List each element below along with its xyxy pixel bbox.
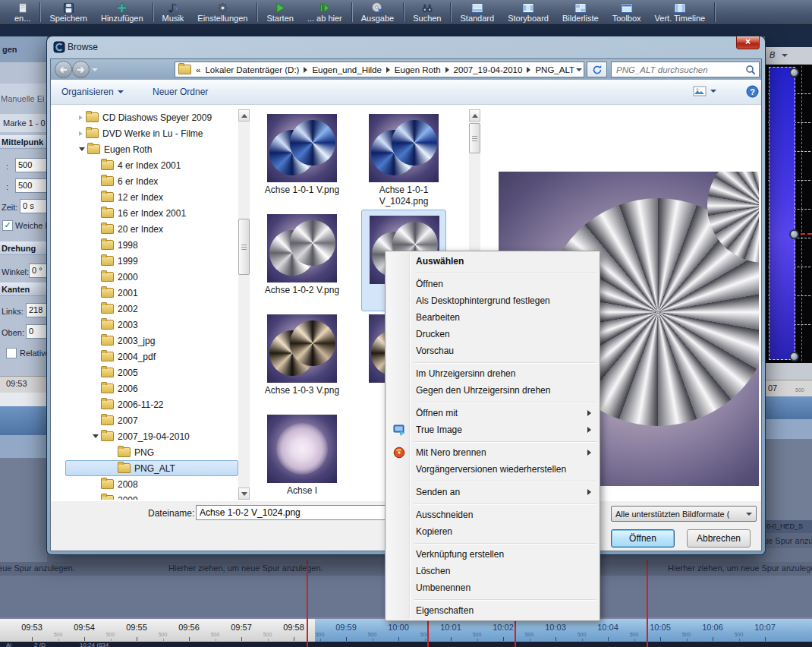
help-button[interactable]: ? bbox=[746, 85, 759, 98]
oben-field[interactable]: 0 bbox=[26, 324, 47, 339]
address-bar[interactable]: « Lokaler Datenträger (D:)Eugen_und_Hild… bbox=[175, 62, 584, 77]
clip-fragment[interactable]: 0-0_HED_S bbox=[766, 522, 803, 530]
menu-item-bearbeiten[interactable]: Bearbeiten bbox=[387, 309, 598, 326]
tree-item-2003-jpg[interactable]: 2003_jpg bbox=[65, 333, 238, 349]
menu-item-drucken[interactable]: Drucken bbox=[387, 326, 598, 342]
search-icon[interactable] bbox=[745, 65, 759, 75]
views-button[interactable] bbox=[693, 86, 716, 96]
scroll-up-button[interactable] bbox=[469, 109, 480, 122]
timeline-ruler[interactable]: 09:5309:5409:5509:5609:5709:5809:5910:00… bbox=[0, 617, 812, 647]
playhead-marker[interactable] bbox=[647, 560, 648, 647]
curve-handle-top[interactable] bbox=[789, 68, 799, 77]
menu-item-verknüpfung-erstellen[interactable]: Verknüpfung erstellen bbox=[387, 546, 598, 563]
toolbar-button-suchen[interactable]: Suchen bbox=[406, 0, 448, 24]
toolbar-button-bilderliste[interactable]: Bilderliste bbox=[555, 0, 606, 24]
curve-handle-bottom[interactable] bbox=[789, 352, 799, 361]
scroll-down-button[interactable] bbox=[238, 488, 250, 500]
new-folder-button[interactable]: Neuer Ordner bbox=[153, 87, 208, 97]
panel-tab-fragment[interactable]: gen bbox=[2, 45, 17, 54]
close-button[interactable]: × bbox=[736, 36, 760, 49]
breadcrumb-item-2007-19-04-2010[interactable]: 2007_19-04-2010 bbox=[452, 65, 524, 74]
playhead-marker[interactable] bbox=[307, 560, 308, 647]
toolbar-button-hinzufügen[interactable]: Hinzufügen bbox=[94, 0, 150, 24]
tree-item-2001[interactable]: 2001 bbox=[65, 285, 238, 301]
menu-item-im-uhrzeigersinn-drehen[interactable]: Im Uhrzeigersinn drehen bbox=[387, 365, 598, 382]
menu-item-vorschau[interactable]: Vorschau bbox=[387, 342, 598, 359]
toolbar-button-speichern[interactable]: Speichern bbox=[42, 0, 94, 24]
file-thumbnail-achse-1-0-2-v-png[interactable] bbox=[267, 214, 337, 282]
scrollbar-thumb[interactable] bbox=[238, 219, 250, 275]
menu-item-auswählen[interactable]: Auswählen bbox=[387, 253, 598, 270]
tree-item-dvd-werke-in-lu-filme[interactable]: DVD Werke in Lu - Filme bbox=[65, 125, 238, 141]
address-dropdown-caret-icon[interactable] bbox=[576, 68, 582, 71]
menu-item-löschen[interactable]: Löschen bbox=[387, 563, 598, 579]
value-field-y[interactable]: 500 bbox=[15, 178, 47, 193]
collapsed-arrow-icon[interactable] bbox=[79, 115, 83, 120]
scroll-up-button[interactable] bbox=[238, 109, 250, 122]
breadcrumb-item-lokaler-datenträger-d[interactable]: Lokaler Datenträger (D:) bbox=[203, 65, 301, 74]
file-thumbnail-achse-1-0-1-v-1024-png[interactable] bbox=[369, 114, 439, 182]
breadcrumb-item-eugen-und-hilde[interactable]: Eugen_und_Hilde bbox=[310, 65, 382, 74]
breadcrumb-item-png-alt[interactable]: PNG_ALT bbox=[533, 65, 576, 74]
refresh-button[interactable] bbox=[587, 62, 607, 77]
open-button[interactable]: Öffnen bbox=[611, 529, 675, 548]
curve-editor[interactable] bbox=[765, 65, 812, 363]
tree-item-2009[interactable]: 2009 bbox=[65, 492, 238, 500]
menu-item-als-desktophintergrund-festlegen[interactable]: Als Desktophintergrund festlegen bbox=[387, 292, 598, 309]
filetype-select[interactable]: Alle unterstützten Bildformate ( bbox=[611, 506, 757, 522]
views-caret-icon[interactable] bbox=[710, 90, 716, 93]
zoom-caret-icon[interactable] bbox=[782, 54, 788, 57]
search-box[interactable] bbox=[611, 62, 760, 77]
collapsed-arrow-icon[interactable] bbox=[79, 131, 83, 136]
value-field-x[interactable]: 500 bbox=[15, 158, 47, 172]
tree-item-20-er-index[interactable]: 20 er Index bbox=[65, 221, 238, 237]
tree-item-2008[interactable]: 2008 bbox=[65, 476, 238, 492]
weiche-checkbox[interactable]: ✓ bbox=[2, 220, 13, 231]
tree-item-2004-pdf[interactable]: 2004_pdf bbox=[65, 349, 238, 365]
address-prefix[interactable]: « bbox=[196, 65, 200, 74]
toolbar-button-toolbox[interactable]: Toolbox bbox=[606, 0, 648, 24]
toolbar-button-einstellungen[interactable]: Einstellungen bbox=[190, 0, 254, 24]
search-input[interactable] bbox=[612, 65, 745, 74]
expanded-arrow-icon[interactable] bbox=[93, 434, 99, 438]
tree-item-12-er-index[interactable]: 12 er Index bbox=[65, 189, 238, 205]
menu-item-vorgängerversionen-wiederherstellen[interactable]: Vorgängerversionen wiederherstellen bbox=[387, 461, 598, 478]
tree-item-png[interactable]: PNG bbox=[65, 444, 238, 460]
zeit-field[interactable]: 0 s bbox=[20, 199, 47, 213]
toolbar-button-ab-hier[interactable]: ... ab hier bbox=[301, 0, 349, 24]
tree-item-2007-19-04-2010[interactable]: 2007_19-04-2010 bbox=[65, 428, 238, 444]
menu-item-ausschneiden[interactable]: Ausschneiden bbox=[387, 507, 598, 523]
file-thumbnail-achse-1-0-3-v-png[interactable] bbox=[267, 314, 337, 383]
menu-item-senden-an[interactable]: Senden an bbox=[387, 484, 598, 500]
file-thumbnail-achse-i[interactable] bbox=[267, 415, 337, 483]
menu-item-eigenschaften[interactable]: Eigenschaften bbox=[387, 602, 598, 619]
tree-item-4-er-index-2001[interactable]: 4 er Index 2001 bbox=[65, 157, 238, 173]
menu-item-öffnen-mit[interactable]: Öffnen mit bbox=[387, 405, 598, 421]
expanded-arrow-icon[interactable] bbox=[79, 147, 85, 151]
tree-item-2005[interactable]: 2005 bbox=[65, 365, 238, 380]
curve-handle-mid[interactable] bbox=[789, 229, 799, 239]
filename-input[interactable] bbox=[196, 505, 386, 520]
keyframe-bar[interactable] bbox=[769, 67, 795, 360]
toolbar-button-standard[interactable]: Standard bbox=[453, 0, 501, 24]
breadcrumb-item-eugen-roth[interactable]: Eugen Roth bbox=[393, 65, 442, 74]
tree-item-1998[interactable]: 1998 bbox=[65, 237, 238, 253]
menu-item-true-image[interactable]: True Image bbox=[387, 421, 598, 438]
tree-item-2000[interactable]: 2000 bbox=[65, 269, 238, 285]
toolbar-button-musik[interactable]: Musik bbox=[156, 0, 191, 24]
organize-menu[interactable]: Organisieren bbox=[61, 87, 124, 97]
cancel-button[interactable]: Abbrechen bbox=[687, 529, 751, 548]
winkel-field[interactable]: 0 ° bbox=[29, 264, 47, 278]
tree-item-2007[interactable]: 2007 bbox=[65, 412, 238, 428]
menu-item-umbenennen[interactable]: Umbenennen bbox=[387, 579, 598, 596]
tree-item-eugen-roth[interactable]: Eugen Roth bbox=[65, 141, 238, 157]
toolbar-button-storyboard[interactable]: Storyboard bbox=[501, 0, 555, 24]
toolbar-button-starten[interactable]: Starten bbox=[260, 0, 300, 24]
relative-checkbox[interactable] bbox=[6, 348, 17, 358]
tree-item-1999[interactable]: 1999 bbox=[65, 253, 238, 269]
links-field[interactable]: 218 bbox=[26, 303, 47, 317]
tree-scrollbar[interactable] bbox=[238, 109, 250, 500]
zoom-fragment[interactable]: B bbox=[770, 50, 775, 59]
scrollbar-thumb[interactable] bbox=[469, 123, 480, 153]
nav-history-caret-icon[interactable] bbox=[92, 68, 98, 71]
